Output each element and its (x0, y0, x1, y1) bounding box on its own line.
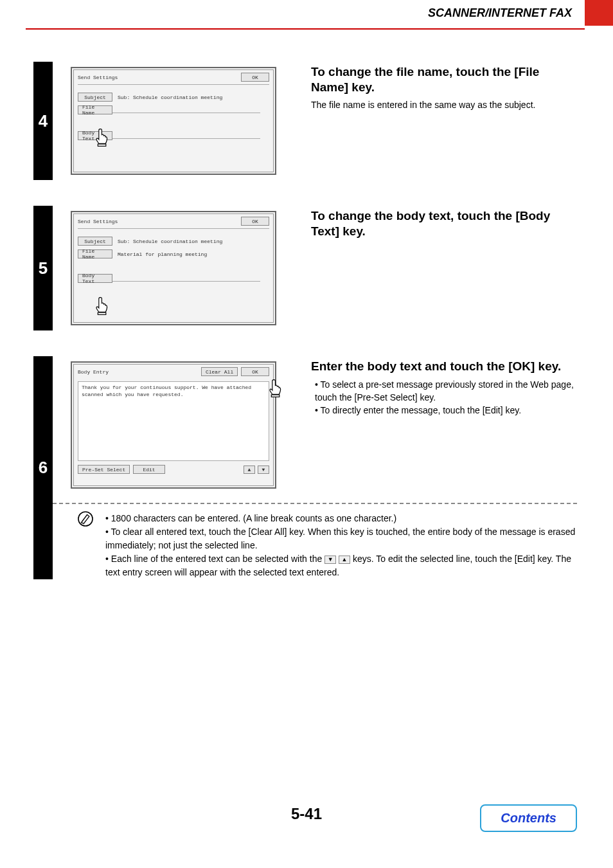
note-icon (77, 511, 96, 579)
bullet-item: To select a pre-set message previously s… (315, 378, 577, 404)
dashed-separator (53, 503, 577, 504)
hand-pointer-icon (93, 128, 111, 147)
scroll-up-button[interactable]: ▲ (244, 466, 255, 474)
arrow-down-icon: ▼ (324, 556, 336, 564)
bodytext-field[interactable] (112, 275, 260, 282)
panel-title: Send Settings (78, 219, 118, 224)
panel-title: Body Entry (78, 369, 109, 375)
body-text-area[interactable]: Thank you for your continuous support. W… (78, 381, 269, 461)
filename-button[interactable]: File Name (78, 249, 112, 258)
step-5: 5 Send Settings OK Subject Sub: Schedule… (33, 206, 577, 330)
section-title: SCANNER/INTERNET FAX (0, 0, 585, 26)
ok-button[interactable]: OK (241, 217, 269, 226)
step-heading: Enter the body text and touch the [OK] k… (311, 359, 577, 374)
panel-title: Send Settings (78, 75, 118, 80)
svg-rect-2 (271, 395, 280, 397)
preset-select-button[interactable]: Pre-Set Select (78, 465, 130, 474)
hand-pointer-icon (267, 379, 285, 398)
subject-button[interactable]: Subject (78, 237, 112, 246)
edit-button[interactable]: Edit (133, 465, 165, 474)
step-heading: To change the body text, touch the [Body… (311, 208, 577, 239)
step-number: 4 (33, 62, 53, 180)
step-4: 4 Send Settings OK Subject Sub: Schedule… (33, 62, 577, 180)
contents-link[interactable]: Contents (480, 804, 577, 832)
note-item: 1800 characters can be entered. (A line … (105, 512, 577, 525)
clear-all-button[interactable]: Clear All (201, 367, 238, 376)
step-6: 6 Body Entry Clear All OK (33, 356, 577, 579)
step-heading: To change the file name, touch the [File… (311, 64, 577, 95)
subject-value: Sub: Schedule coordination meeting (118, 95, 222, 100)
bodytext-button[interactable]: Body Text (78, 274, 112, 283)
filename-value: Material for planning meeting (118, 251, 207, 257)
send-settings-panel: Send Settings OK Subject Sub: Schedule c… (71, 211, 276, 325)
hand-pointer-icon (93, 296, 111, 316)
filename-field[interactable] (112, 107, 260, 113)
filename-button[interactable]: File Name (78, 105, 112, 114)
svg-rect-0 (98, 144, 106, 146)
send-settings-panel: Send Settings OK Subject Sub: Schedule c… (71, 67, 276, 175)
bodytext-field[interactable] (112, 132, 260, 139)
note-item: Each line of the entered text can be sel… (105, 552, 577, 579)
header-accent (585, 0, 613, 26)
svg-rect-1 (98, 312, 106, 314)
subject-value: Sub: Schedule coordination meeting (118, 239, 222, 244)
step-bullets: To select a pre-set message previously s… (311, 378, 577, 417)
ok-button[interactable]: OK (241, 73, 269, 82)
scroll-down-button[interactable]: ▼ (258, 466, 269, 474)
step-number: 6 (33, 356, 53, 579)
subject-button[interactable]: Subject (78, 93, 112, 102)
body-entry-panel: Body Entry Clear All OK Thank you for yo… (71, 361, 276, 489)
arrow-up-icon: ▲ (339, 556, 350, 564)
ok-button[interactable]: OK (241, 367, 269, 376)
header-rule (26, 28, 585, 30)
bullet-item: To directly enter the message, touch the… (315, 404, 577, 417)
note-item: To clear all entered text, touch the [Cl… (105, 525, 577, 552)
step-body: The file name is entered in the same way… (311, 99, 577, 112)
step-number: 5 (33, 206, 53, 330)
